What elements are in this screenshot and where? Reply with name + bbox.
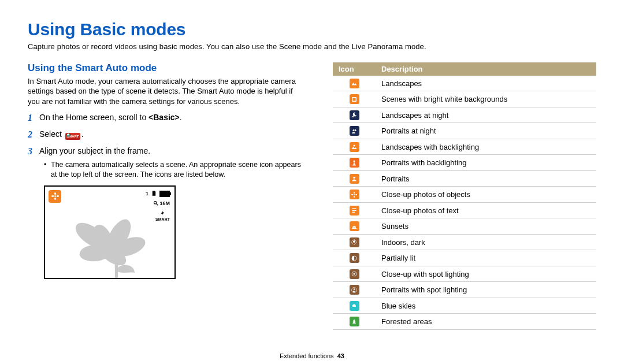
svg-point-2 [54,198,56,200]
night-land-icon [350,110,359,120]
row-desc-cell: Indoors, dark [376,234,596,250]
table-row: Landscapes with backlighting [333,139,596,155]
row-desc-cell: Partially lit [376,250,596,266]
portrait-icon [350,174,359,184]
step-1: On the Home screen, scroll to <Basic>. [28,112,305,123]
sd-icon [151,190,157,198]
indoor-icon [350,237,359,247]
svg-point-15 [353,129,355,131]
table-row: Portraits [333,170,596,187]
page-intro: Capture photos or record videos using ba… [28,42,596,52]
step-2-text-b: . [81,129,84,139]
viewfinder-illustration: 1 16M SMART [44,185,176,279]
svg-point-17 [354,160,355,162]
row-desc-cell: Landscapes at night [376,107,596,123]
row-desc-cell: Close-up photos of text [376,202,596,218]
row-desc-cell: Scenes with bright white backgrounds [376,91,596,107]
table-row: Landscapes [333,76,596,91]
svg-point-19 [353,177,355,179]
svg-point-21 [354,191,355,193]
th-desc: Description [376,62,596,76]
row-icon-cell [333,234,376,250]
forest-icon [350,317,359,326]
row-desc-cell: Portraits with spot lighting [376,282,596,298]
white-icon [350,94,359,104]
steps-list: On the Home screen, scroll to <Basic>. S… [28,112,305,180]
sky-icon [350,301,359,311]
left-column: Using the Smart Auto mode In Smart Auto … [28,62,305,330]
row-icon-cell [333,187,376,203]
sunset-icon [350,221,359,231]
table-row: Blue skies [333,298,596,314]
row-desc-cell: Portraits [376,170,596,187]
table-row: Forested areas [333,314,596,330]
svg-point-0 [54,195,56,197]
table-row: Close-up photos of objects [333,187,596,203]
step-3-text: Align your subject in the frame. [39,146,150,155]
table-row: Scenes with bright white backgrounds [333,91,596,107]
row-desc-cell: Landscapes with backlighting [376,139,596,155]
row-icon-cell [333,314,376,330]
row-desc-cell: Close-up photos of objects [376,187,596,203]
macro-obj-icon [350,190,359,199]
section-subtitle: Using the Smart Auto mode [28,62,305,74]
step-3: Align your subject in the frame. The cam… [28,146,305,180]
step-1-text-a: On the Home screen, scroll to [39,113,148,122]
svg-point-20 [354,194,355,195]
footer-section: Extended functions [280,352,334,359]
row-icon-cell [333,123,376,139]
row-icon-cell [333,170,376,187]
partial-icon [350,253,359,263]
row-desc-cell: Sunsets [376,218,596,235]
th-icon: Icon [333,62,376,76]
svg-point-23 [351,194,353,195]
row-desc-cell: Forested areas [376,314,596,330]
battery-icon [159,191,170,197]
hud-res-label: 16M [159,200,170,206]
hud-top: 1 [146,190,170,198]
page-footer: Extended functions 43 [0,352,624,359]
svg-point-4 [56,195,58,197]
table-row: Partially lit [333,250,596,266]
row-icon-cell [333,298,376,314]
scene-macro-icon [49,190,61,203]
flower-graphic [57,204,161,279]
row-desc-cell: Landscapes [376,76,596,91]
step-2: Select SMART. [28,129,305,140]
svg-rect-14 [353,98,356,101]
footer-page-number: 43 [337,352,344,359]
svg-point-29 [354,288,355,290]
row-desc-cell: Portraits at night [376,123,596,139]
svg-point-3 [51,195,54,197]
row-icon-cell [333,107,376,123]
spot-port-icon [350,285,359,295]
back-land-icon [350,142,359,152]
step-1-text-c: . [180,113,182,122]
row-desc-cell: Blue skies [376,298,596,314]
table-row: Close-up photos of text [333,202,596,218]
step-2-text-a: Select [39,129,64,139]
table-row: Sunsets [333,218,596,235]
row-icon-cell [333,282,376,298]
row-icon-cell [333,91,376,107]
page-title: Using Basic modes [28,20,596,39]
spot-macro-icon [350,269,359,279]
macro-text-icon [350,206,359,216]
svg-point-22 [354,195,355,197]
smart-mode-icon: SMART [65,133,80,140]
svg-point-24 [355,194,357,195]
row-icon-cell [333,76,376,91]
table-row: Indoors, dark [333,234,596,250]
svg-point-16 [354,145,355,147]
svg-point-1 [54,192,56,195]
row-desc-cell: Portraits with backlighting [376,155,596,171]
right-column: Icon Description LandscapesScenes with b… [333,62,596,330]
row-icon-cell [333,155,376,171]
step-3-sub: The camera automatically selects a scene… [44,160,305,180]
section-paragraph: In Smart Auto mode, your camera automati… [28,76,305,107]
landscape-icon [350,79,359,88]
table-row: Portraits with spot lighting [333,282,596,298]
table-row: Portraits with backlighting [333,155,596,171]
night-port-icon [350,126,359,136]
row-desc-cell: Close-up with spot lighting [376,266,596,282]
